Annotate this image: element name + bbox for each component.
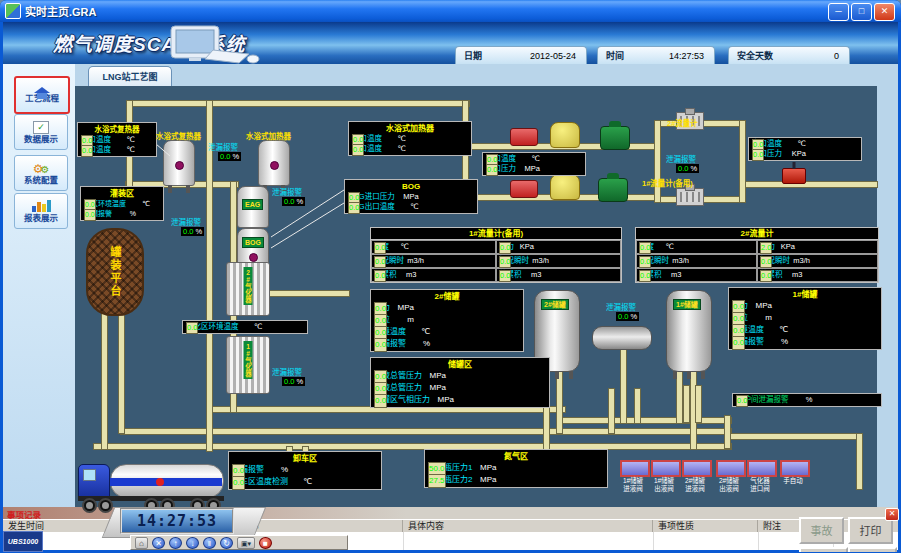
panel-row: 液位0.0m: [374, 314, 520, 326]
table-cell: 温度0.0℃: [636, 240, 757, 254]
cell-unit: m3/h: [669, 256, 689, 266]
panel-value: 27.5: [428, 474, 446, 488]
nav-up-button[interactable]: ↑: [169, 537, 182, 549]
panel-row: 卸车区温度检测0.0℃: [232, 476, 378, 488]
panel-unit: ℃: [111, 145, 135, 155]
pipe-segment: [683, 385, 690, 423]
date-field: 日期 2012-05-24: [455, 46, 587, 64]
heater-vessel-label: 水浴式加热器: [246, 130, 291, 141]
window-icon: [5, 3, 21, 19]
flowmeter-2-label: 2#流量计: [667, 117, 698, 128]
cell-value: 0.0: [374, 270, 386, 282]
valve-button-tank2-outlet[interactable]: [716, 460, 746, 477]
sidebar-item-report-display[interactable]: 报表展示: [14, 193, 68, 229]
maximize-button[interactable]: □: [851, 3, 872, 21]
panel-row: 进口温度0.0℃: [486, 154, 582, 164]
tab-lng-process[interactable]: LNG站工艺图: [88, 66, 172, 87]
sidebar: 工艺流程 ✓ 数据展示 ⚙⚙ 系统配置 报表展示: [3, 64, 75, 507]
valve-button-tank1-inlet[interactable]: [620, 460, 650, 477]
partial-button[interactable]: [799, 547, 848, 552]
panel-value: 0.0: [486, 164, 498, 176]
accident-button[interactable]: 事故: [799, 517, 844, 544]
print-button[interactable]: 打印: [848, 517, 893, 544]
home-button[interactable]: ⌂: [135, 537, 148, 549]
panel-filling-area: 灌装区 灌区环境温度0.0℃泄漏报警0.0%: [80, 186, 164, 221]
leak-alarm: 泄漏报警 0.0 %: [171, 218, 204, 236]
runtime-toolbar: ⌂ ✕ ↑ ↓ ‖ ↻ ▣▾ ■: [130, 535, 348, 550]
vessel-port: [175, 161, 184, 170]
cell-unit: m3: [662, 270, 682, 280]
sidebar-item-data-display[interactable]: ✓ 数据展示: [14, 114, 68, 150]
bog-label: BOG: [242, 237, 264, 248]
panel-row: 泄漏报警0.0%: [732, 336, 878, 348]
panel-value: 0.0: [374, 338, 387, 352]
valve-button-vaporizer-inlet[interactable]: [747, 460, 777, 477]
panel-row: 压力0.0MPa: [732, 300, 878, 312]
leak-alarm: 泄漏报警 0.0 %: [272, 188, 305, 206]
panel-row: 出口温度0.0℃: [352, 144, 468, 154]
header-banner: 燃气调度SCADA系统 日期 2012-05-24 时间 14:27:53 安全…: [3, 22, 898, 66]
leak-alarm: 泄漏报警 0.0 %: [272, 368, 305, 386]
cell-value: 0.0: [760, 256, 772, 268]
partial-button[interactable]: [848, 547, 897, 552]
nav-down-button[interactable]: ↓: [186, 537, 199, 549]
valve-label: 1#储罐进液阀: [616, 477, 650, 492]
window-title: 实时主页.GRA: [25, 3, 97, 19]
panel-unit: ℃: [395, 202, 419, 212]
lng-tanker-truck: [78, 458, 228, 508]
screen-select-button[interactable]: ▣▾: [237, 537, 255, 549]
cell-unit: ℃: [389, 242, 409, 252]
pipe-segment: [608, 388, 615, 434]
close-nav-button[interactable]: ✕: [152, 537, 165, 549]
cell-value: 0.0: [639, 242, 651, 254]
table-row: 工况瞬时0.0m3/h标况瞬时0.0m3/h: [371, 254, 621, 268]
table-cell: 工况瞬时0.0m3/h: [636, 254, 757, 268]
safe-days-field: 安全天数 0: [728, 46, 850, 64]
panel-title: 2#流量计: [636, 228, 878, 240]
table-row: 工况瞬时0.0m3/h标况瞬时0.0m3/h: [636, 254, 878, 268]
stop-button[interactable]: ■: [259, 537, 272, 549]
table-cell: 日累积0.0m3: [636, 268, 757, 282]
panel-unit: MPa: [390, 302, 414, 314]
refresh-button[interactable]: ↻: [220, 537, 233, 549]
panel-value: 0.0: [736, 395, 748, 407]
panel-row: BOG进口压力0.0MPa: [348, 192, 474, 202]
panel-row: 出液总管压力0.0MPa: [374, 382, 546, 394]
pipe-segment: [695, 385, 702, 423]
pause-button[interactable]: ‖: [203, 537, 216, 549]
panel-row: 环境温度0.0℃: [374, 326, 520, 338]
table-cell: 标况瞬时0.0m3/h: [757, 254, 878, 268]
panel-unit: %: [264, 464, 288, 476]
valve-button-tank2-inlet[interactable]: [682, 460, 712, 477]
window-titlebar[interactable]: 实时主页.GRA ─ □ ✕: [0, 0, 901, 22]
cell-value: 0.0: [760, 270, 772, 282]
table-cell: 工况瞬时0.0m3/h: [371, 254, 496, 268]
panel-row: 泄漏报警0.0%: [232, 464, 378, 476]
panel-unit: MPa: [516, 164, 540, 174]
auto-manual-button[interactable]: [780, 460, 810, 477]
cell-value: 0.0: [374, 242, 386, 254]
pipe-segment: [128, 100, 470, 107]
panel-value: 0.0: [732, 336, 745, 350]
cell-unit: m3: [397, 270, 417, 280]
safe-days-value: 0: [834, 51, 849, 61]
cell-value: 0.0: [499, 270, 511, 282]
scada-window: 实时主页.GRA ─ □ ✕ 燃气调度SCADA系统 日期 2012-05-24…: [0, 0, 901, 553]
sidebar-item-system-config[interactable]: ⚙⚙ 系统配置: [14, 155, 68, 191]
event-panel-close-icon[interactable]: ✕: [885, 508, 899, 521]
valve-button-tank1-outlet[interactable]: [651, 460, 681, 477]
close-button[interactable]: ✕: [874, 3, 895, 21]
panel-unit: %: [406, 338, 430, 350]
panel-row: 环境温度0.0℃: [732, 324, 878, 336]
panel-unit: MPa: [422, 370, 446, 382]
leak-alarm: 泄漏报警 0.0 %: [606, 303, 639, 321]
gears-icon: ⚙⚙: [33, 162, 50, 176]
pipe-segment: [654, 120, 661, 203]
minimize-button[interactable]: ─: [828, 3, 849, 21]
pipe-segment: [556, 370, 563, 434]
cell-value: 0.0: [374, 256, 386, 268]
sidebar-item-process-flow[interactable]: 工艺流程: [14, 76, 70, 114]
panel-value: 0.0: [374, 394, 387, 408]
panel-row: 氮气瓶压力227.5MPa: [428, 474, 604, 486]
leak-alarm: 泄漏报警 0.0 %: [208, 143, 241, 161]
